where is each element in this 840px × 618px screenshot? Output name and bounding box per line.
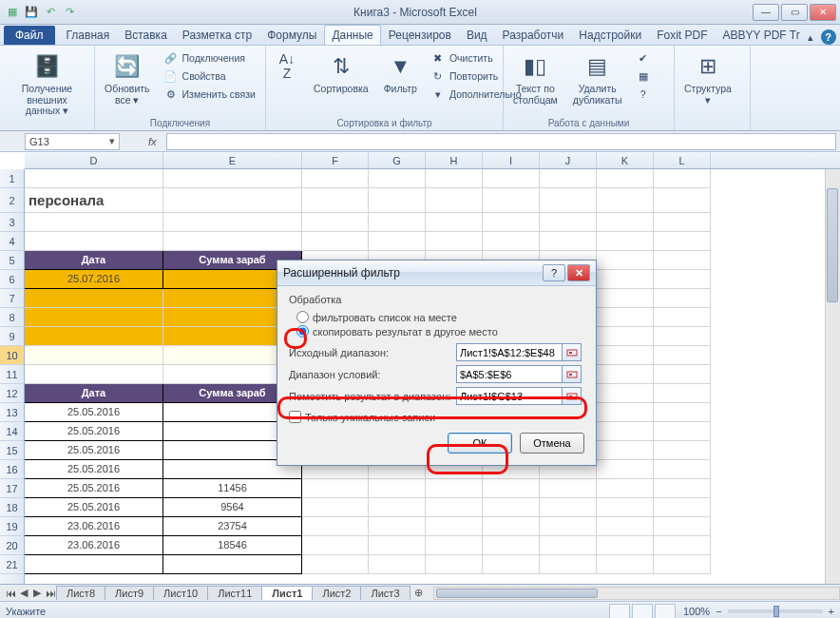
col-header[interactable]: D (25, 152, 163, 168)
sheet-tab-bar: ⏮ ◀ ▶ ⏭ Лист8 Лист9 Лист10 Лист11 Лист1 … (0, 584, 840, 601)
col-header[interactable]: E (163, 152, 302, 168)
prev-sheet-button[interactable]: ◀ (17, 587, 30, 599)
horizontal-scrollbar[interactable] (433, 587, 840, 600)
tab-abbyy[interactable]: ABBYY PDF Tr (716, 25, 808, 45)
sheet-tab[interactable]: Лист3 (360, 586, 410, 600)
excel-icon: ▦ (4, 4, 21, 21)
close-button[interactable]: ✕ (810, 4, 836, 21)
ok-button[interactable]: ОК (448, 433, 512, 454)
zoom-out-button[interactable]: − (716, 606, 721, 617)
next-sheet-button[interactable]: ▶ (30, 587, 44, 599)
tab-data[interactable]: Данные (324, 25, 380, 45)
minimize-ribbon-icon[interactable]: ▴ (808, 31, 813, 44)
sheet-tab[interactable]: Лист11 (207, 586, 262, 600)
list-range-input[interactable] (456, 343, 563, 361)
tab-view[interactable]: Вид (459, 25, 495, 45)
col-header[interactable]: I (483, 152, 540, 168)
sheet-tab[interactable]: Лист9 (105, 586, 154, 600)
unique-records-label: Только уникальные записи (305, 412, 435, 423)
zoom-level[interactable]: 100% (683, 606, 710, 617)
data-validation-button[interactable]: ✔ (634, 49, 653, 67)
consolidate-icon: ▦ (636, 68, 651, 84)
maximize-button[interactable]: ▭ (781, 4, 808, 21)
edit-links-button[interactable]: ⚙Изменить связи (162, 86, 258, 103)
sheet-tab[interactable]: Лист8 (56, 586, 105, 600)
tab-formulas[interactable]: Формулы (259, 25, 324, 45)
outline-button[interactable]: ⊞ Структура ▾ (677, 48, 739, 109)
dialog-titlebar[interactable]: Расширенный фильтр ? ✕ (277, 261, 596, 286)
normal-view-button[interactable] (609, 604, 630, 619)
sheet-tab[interactable]: Лист10 (153, 586, 208, 600)
remove-duplicates-button[interactable]: ▤ Удалить дубликаты (565, 48, 630, 109)
remove-duplicates-icon: ▤ (582, 51, 613, 82)
whatif-button[interactable]: ? (634, 86, 653, 103)
tab-foxit[interactable]: Foxit PDF (649, 25, 715, 45)
filter-button[interactable]: ▼ Фильтр (376, 48, 425, 99)
first-sheet-button[interactable]: ⏮ (4, 588, 17, 599)
formula-bar[interactable] (166, 133, 836, 150)
name-box[interactable]: G13 ▾ (25, 133, 120, 150)
fx-icon[interactable]: fx (148, 136, 157, 147)
col-header[interactable]: K (597, 152, 654, 168)
quick-access-toolbar: ▦ 💾 ↶ ↷ (4, 4, 78, 21)
dialog-close-button[interactable]: ✕ (567, 264, 590, 281)
cell[interactable]: Дата (25, 384, 163, 403)
radio-filter-in-place-label: фильтровать список на месте (313, 312, 457, 323)
sort-az-button[interactable]: A↓Z (268, 48, 306, 87)
criteria-range-input[interactable] (456, 365, 563, 383)
whatif-icon: ? (636, 87, 651, 102)
list-range-label: Исходный диапазон: (289, 347, 456, 358)
unique-records-checkbox[interactable] (289, 411, 301, 423)
svg-rect-5 (569, 396, 572, 397)
redo-icon[interactable]: ↷ (61, 4, 78, 21)
zoom-in-button[interactable]: + (829, 606, 834, 617)
copy-to-input[interactable] (456, 387, 563, 405)
collapse-dialog-button[interactable] (563, 365, 582, 383)
tab-layout[interactable]: Разметка стр (175, 25, 259, 45)
sheet-tab[interactable]: Лист2 (312, 586, 361, 600)
radio-copy-to-location-label: скопировать результат в другое место (313, 326, 498, 338)
cancel-button[interactable]: Отмена (520, 433, 584, 454)
column-headers: D E F G H I J K L (25, 152, 840, 169)
col-header[interactable]: H (426, 152, 483, 168)
save-icon[interactable]: 💾 (23, 4, 40, 21)
zoom-slider[interactable] (728, 609, 823, 613)
sort-button[interactable]: ⇅ Сортировка (306, 48, 376, 99)
last-sheet-button[interactable]: ⏭ (44, 588, 57, 599)
minimize-button[interactable]: — (753, 4, 779, 21)
collapse-dialog-button[interactable] (563, 343, 582, 361)
dialog-help-button[interactable]: ? (543, 264, 565, 281)
help-icon[interactable]: ? (821, 29, 836, 45)
collapse-dialog-button[interactable] (563, 387, 582, 405)
col-header[interactable]: J (540, 152, 597, 168)
undo-icon[interactable]: ↶ (42, 4, 59, 21)
refresh-all-button[interactable]: 🔄 Обновить все ▾ (97, 48, 158, 109)
col-header[interactable]: L (654, 152, 711, 168)
page-layout-view-button[interactable] (632, 604, 653, 619)
tab-developer[interactable]: Разработчи (495, 25, 572, 45)
new-sheet-button[interactable]: ⊕ (412, 587, 426, 599)
text-to-columns-button[interactable]: ▮▯ Текст по столбцам (506, 48, 565, 109)
cell[interactable]: персонала (25, 188, 163, 213)
file-tab[interactable]: Файл (4, 26, 55, 45)
col-header[interactable]: F (302, 152, 369, 168)
connections-button[interactable]: 🔗Подключения (162, 49, 258, 67)
get-external-data-button[interactable]: 🗄️ Получение внешних данных ▾ (2, 48, 92, 121)
vertical-scrollbar[interactable] (825, 169, 840, 584)
sheet-tab[interactable]: Лист1 (261, 586, 313, 600)
consolidate-button[interactable]: ▦ (634, 68, 653, 85)
chevron-down-icon[interactable]: ▾ (109, 135, 115, 147)
col-header[interactable]: G (369, 152, 426, 168)
clear-icon: ✖ (430, 50, 446, 66)
page-break-view-button[interactable] (655, 604, 676, 619)
cell[interactable]: 25.07.2016 (25, 270, 163, 289)
tab-review[interactable]: Рецензиров (381, 25, 459, 45)
cell[interactable]: Дата (25, 251, 163, 270)
tab-home[interactable]: Главная (59, 25, 118, 45)
tab-addins[interactable]: Надстройки (571, 25, 649, 45)
radio-copy-to-location[interactable] (296, 325, 309, 338)
properties-button[interactable]: 📄Свойства (162, 68, 258, 85)
radio-filter-in-place[interactable] (296, 311, 309, 323)
advanced-filter-dialog: Расширенный фильтр ? ✕ Обработка фильтро… (277, 260, 597, 466)
tab-insert[interactable]: Вставка (117, 25, 175, 45)
